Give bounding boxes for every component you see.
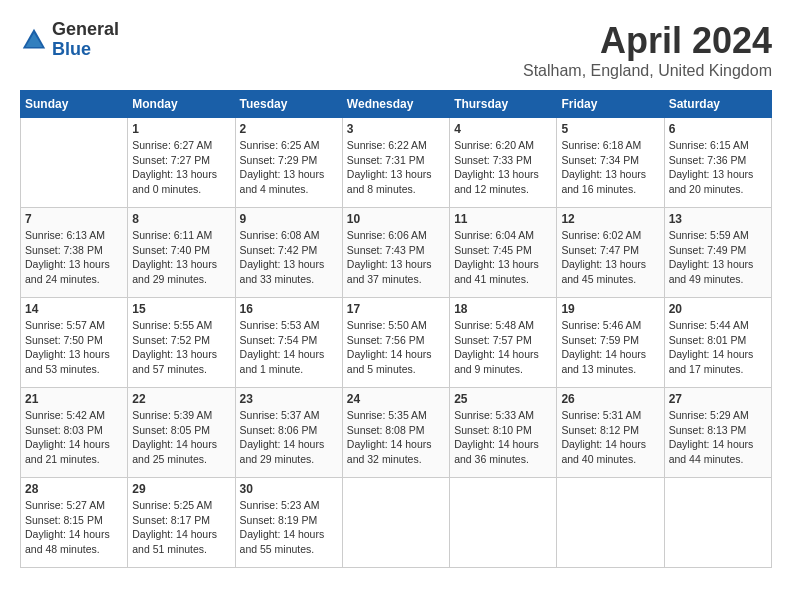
day-cell-11: 11Sunrise: 6:04 AM Sunset: 7:45 PM Dayli…: [450, 208, 557, 298]
day-cell-12: 12Sunrise: 6:02 AM Sunset: 7:47 PM Dayli…: [557, 208, 664, 298]
day-content: Sunrise: 6:25 AM Sunset: 7:29 PM Dayligh…: [240, 138, 338, 197]
day-number: 24: [347, 392, 445, 406]
calendar-table: SundayMondayTuesdayWednesdayThursdayFrid…: [20, 90, 772, 568]
day-cell-13: 13Sunrise: 5:59 AM Sunset: 7:49 PM Dayli…: [664, 208, 771, 298]
day-number: 6: [669, 122, 767, 136]
day-number: 18: [454, 302, 552, 316]
day-content: Sunrise: 5:50 AM Sunset: 7:56 PM Dayligh…: [347, 318, 445, 377]
day-number: 28: [25, 482, 123, 496]
day-header-tuesday: Tuesday: [235, 91, 342, 118]
day-cell-26: 26Sunrise: 5:31 AM Sunset: 8:12 PM Dayli…: [557, 388, 664, 478]
day-number: 4: [454, 122, 552, 136]
day-number: 21: [25, 392, 123, 406]
empty-cell: [342, 478, 449, 568]
day-number: 8: [132, 212, 230, 226]
day-content: Sunrise: 5:57 AM Sunset: 7:50 PM Dayligh…: [25, 318, 123, 377]
day-cell-9: 9Sunrise: 6:08 AM Sunset: 7:42 PM Daylig…: [235, 208, 342, 298]
day-header-saturday: Saturday: [664, 91, 771, 118]
day-number: 9: [240, 212, 338, 226]
week-row-1: 1Sunrise: 6:27 AM Sunset: 7:27 PM Daylig…: [21, 118, 772, 208]
day-content: Sunrise: 5:48 AM Sunset: 7:57 PM Dayligh…: [454, 318, 552, 377]
logo-blue: Blue: [52, 40, 119, 60]
day-content: Sunrise: 6:06 AM Sunset: 7:43 PM Dayligh…: [347, 228, 445, 287]
day-content: Sunrise: 5:31 AM Sunset: 8:12 PM Dayligh…: [561, 408, 659, 467]
day-number: 25: [454, 392, 552, 406]
day-content: Sunrise: 5:23 AM Sunset: 8:19 PM Dayligh…: [240, 498, 338, 557]
day-header-monday: Monday: [128, 91, 235, 118]
day-cell-24: 24Sunrise: 5:35 AM Sunset: 8:08 PM Dayli…: [342, 388, 449, 478]
day-cell-22: 22Sunrise: 5:39 AM Sunset: 8:05 PM Dayli…: [128, 388, 235, 478]
logo: General Blue: [20, 20, 119, 60]
week-row-3: 14Sunrise: 5:57 AM Sunset: 7:50 PM Dayli…: [21, 298, 772, 388]
day-cell-19: 19Sunrise: 5:46 AM Sunset: 7:59 PM Dayli…: [557, 298, 664, 388]
day-content: Sunrise: 5:42 AM Sunset: 8:03 PM Dayligh…: [25, 408, 123, 467]
day-number: 23: [240, 392, 338, 406]
day-number: 20: [669, 302, 767, 316]
day-content: Sunrise: 6:27 AM Sunset: 7:27 PM Dayligh…: [132, 138, 230, 197]
day-header-sunday: Sunday: [21, 91, 128, 118]
day-number: 14: [25, 302, 123, 316]
empty-cell: [664, 478, 771, 568]
day-header-thursday: Thursday: [450, 91, 557, 118]
day-cell-27: 27Sunrise: 5:29 AM Sunset: 8:13 PM Dayli…: [664, 388, 771, 478]
day-cell-20: 20Sunrise: 5:44 AM Sunset: 8:01 PM Dayli…: [664, 298, 771, 388]
day-content: Sunrise: 5:27 AM Sunset: 8:15 PM Dayligh…: [25, 498, 123, 557]
day-number: 11: [454, 212, 552, 226]
day-number: 26: [561, 392, 659, 406]
day-cell-30: 30Sunrise: 5:23 AM Sunset: 8:19 PM Dayli…: [235, 478, 342, 568]
day-cell-16: 16Sunrise: 5:53 AM Sunset: 7:54 PM Dayli…: [235, 298, 342, 388]
day-content: Sunrise: 6:18 AM Sunset: 7:34 PM Dayligh…: [561, 138, 659, 197]
day-content: Sunrise: 5:35 AM Sunset: 8:08 PM Dayligh…: [347, 408, 445, 467]
day-cell-8: 8Sunrise: 6:11 AM Sunset: 7:40 PM Daylig…: [128, 208, 235, 298]
day-number: 12: [561, 212, 659, 226]
day-cell-17: 17Sunrise: 5:50 AM Sunset: 7:56 PM Dayli…: [342, 298, 449, 388]
day-content: Sunrise: 6:22 AM Sunset: 7:31 PM Dayligh…: [347, 138, 445, 197]
day-content: Sunrise: 5:46 AM Sunset: 7:59 PM Dayligh…: [561, 318, 659, 377]
day-number: 27: [669, 392, 767, 406]
day-content: Sunrise: 5:44 AM Sunset: 8:01 PM Dayligh…: [669, 318, 767, 377]
day-number: 2: [240, 122, 338, 136]
day-content: Sunrise: 5:25 AM Sunset: 8:17 PM Dayligh…: [132, 498, 230, 557]
calendar-header-row: SundayMondayTuesdayWednesdayThursdayFrid…: [21, 91, 772, 118]
day-content: Sunrise: 6:02 AM Sunset: 7:47 PM Dayligh…: [561, 228, 659, 287]
day-content: Sunrise: 6:15 AM Sunset: 7:36 PM Dayligh…: [669, 138, 767, 197]
logo-icon: [20, 26, 48, 54]
day-number: 7: [25, 212, 123, 226]
day-header-friday: Friday: [557, 91, 664, 118]
day-number: 13: [669, 212, 767, 226]
day-content: Sunrise: 6:08 AM Sunset: 7:42 PM Dayligh…: [240, 228, 338, 287]
day-cell-1: 1Sunrise: 6:27 AM Sunset: 7:27 PM Daylig…: [128, 118, 235, 208]
day-number: 29: [132, 482, 230, 496]
day-number: 1: [132, 122, 230, 136]
day-content: Sunrise: 6:11 AM Sunset: 7:40 PM Dayligh…: [132, 228, 230, 287]
logo-text: General Blue: [52, 20, 119, 60]
empty-cell: [557, 478, 664, 568]
day-header-wednesday: Wednesday: [342, 91, 449, 118]
day-cell-7: 7Sunrise: 6:13 AM Sunset: 7:38 PM Daylig…: [21, 208, 128, 298]
day-content: Sunrise: 5:59 AM Sunset: 7:49 PM Dayligh…: [669, 228, 767, 287]
day-content: Sunrise: 6:04 AM Sunset: 7:45 PM Dayligh…: [454, 228, 552, 287]
location: Stalham, England, United Kingdom: [523, 62, 772, 80]
month-title: April 2024: [523, 20, 772, 62]
page-header: General Blue April 2024 Stalham, England…: [20, 20, 772, 80]
day-content: Sunrise: 5:39 AM Sunset: 8:05 PM Dayligh…: [132, 408, 230, 467]
day-cell-25: 25Sunrise: 5:33 AM Sunset: 8:10 PM Dayli…: [450, 388, 557, 478]
day-cell-23: 23Sunrise: 5:37 AM Sunset: 8:06 PM Dayli…: [235, 388, 342, 478]
day-cell-10: 10Sunrise: 6:06 AM Sunset: 7:43 PM Dayli…: [342, 208, 449, 298]
day-number: 30: [240, 482, 338, 496]
day-content: Sunrise: 5:33 AM Sunset: 8:10 PM Dayligh…: [454, 408, 552, 467]
day-cell-2: 2Sunrise: 6:25 AM Sunset: 7:29 PM Daylig…: [235, 118, 342, 208]
day-number: 15: [132, 302, 230, 316]
day-number: 19: [561, 302, 659, 316]
day-content: Sunrise: 6:20 AM Sunset: 7:33 PM Dayligh…: [454, 138, 552, 197]
empty-cell: [450, 478, 557, 568]
day-cell-5: 5Sunrise: 6:18 AM Sunset: 7:34 PM Daylig…: [557, 118, 664, 208]
week-row-2: 7Sunrise: 6:13 AM Sunset: 7:38 PM Daylig…: [21, 208, 772, 298]
day-cell-14: 14Sunrise: 5:57 AM Sunset: 7:50 PM Dayli…: [21, 298, 128, 388]
day-number: 5: [561, 122, 659, 136]
day-cell-28: 28Sunrise: 5:27 AM Sunset: 8:15 PM Dayli…: [21, 478, 128, 568]
week-row-4: 21Sunrise: 5:42 AM Sunset: 8:03 PM Dayli…: [21, 388, 772, 478]
day-number: 10: [347, 212, 445, 226]
day-cell-6: 6Sunrise: 6:15 AM Sunset: 7:36 PM Daylig…: [664, 118, 771, 208]
day-number: 3: [347, 122, 445, 136]
